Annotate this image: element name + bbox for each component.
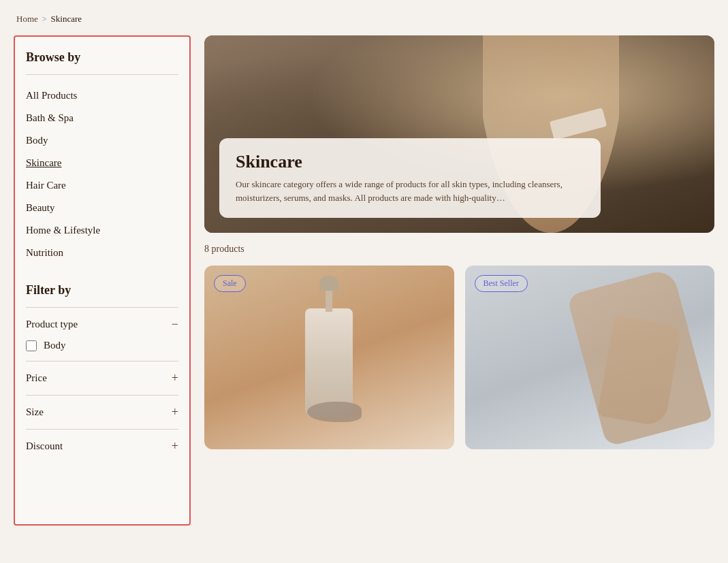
nav-item-home-lifestyle[interactable]: Home & Lifestyle [26, 219, 178, 242]
filter-discount-toggle-icon: + [172, 439, 178, 453]
nav-item-all-products[interactable]: All Products [26, 84, 178, 107]
nav-item-beauty[interactable]: Beauty [26, 197, 178, 219]
filter-product-type-toggle-icon: − [172, 317, 178, 332]
filter-size-header[interactable]: Size + [26, 405, 178, 419]
product-card-2[interactable]: Best Seller [465, 266, 715, 449]
category-nav-list: All Products Bath & Spa Body Skincare Ha… [26, 84, 178, 264]
filter-price-label: Price [26, 372, 47, 384]
filter-size: Size + [26, 395, 178, 429]
filter-product-type-header[interactable]: Product type − [26, 317, 178, 332]
filter-option-body[interactable]: Body [26, 340, 178, 351]
filter-option-body-checkbox[interactable] [26, 340, 37, 351]
hero-title: Skincare [236, 152, 584, 172]
breadcrumb: Home > Skincare [14, 14, 714, 25]
product-badge-best-seller: Best Seller [475, 275, 528, 292]
filter-discount-label: Discount [26, 440, 63, 452]
page-wrapper: Home > Skincare Browse by All Products B… [0, 0, 728, 539]
filter-size-label: Size [26, 406, 44, 418]
filter-product-type-content: Body [26, 340, 178, 351]
breadcrumb-separator: > [42, 14, 47, 25]
hero-card: Skincare Our skincare category offers a … [219, 138, 601, 218]
filter-by-title: Filter by [26, 283, 178, 297]
filter-price: Price + [26, 361, 178, 395]
nav-item-bath-spa[interactable]: Bath & Spa [26, 107, 178, 129]
filter-discount-header[interactable]: Discount + [26, 439, 178, 453]
products-grid: Sale Best Seller [204, 266, 714, 449]
filter-option-body-label: Body [44, 340, 66, 351]
filter-discount: Discount + [26, 429, 178, 463]
nav-item-nutrition[interactable]: Nutrition [26, 242, 178, 264]
nav-item-skincare[interactable]: Skincare [26, 152, 178, 174]
filter-price-toggle-icon: + [172, 371, 178, 385]
product-card-1[interactable]: Sale [204, 266, 454, 449]
breadcrumb-home[interactable]: Home [16, 14, 38, 25]
main-layout: Browse by All Products Bath & Spa Body S… [14, 35, 714, 526]
content-area: Skincare Our skincare category offers a … [204, 35, 714, 449]
filter-product-type: Product type − Body [26, 307, 178, 361]
product-image-1 [305, 308, 353, 417]
browse-by-title: Browse by [26, 50, 178, 65]
breadcrumb-current: Skincare [51, 14, 82, 25]
filter-product-type-label: Product type [26, 319, 78, 330]
products-count: 8 products [204, 244, 714, 255]
hero-banner: Skincare Our skincare category offers a … [204, 35, 714, 233]
browse-by-divider [26, 74, 178, 75]
sidebar: Browse by All Products Bath & Spa Body S… [14, 35, 191, 526]
nav-item-hair-care[interactable]: Hair Care [26, 174, 178, 197]
product-badge-sale: Sale [214, 275, 246, 292]
filter-size-toggle-icon: + [172, 405, 178, 419]
bottle-dropper-shape [305, 308, 353, 417]
filter-price-header[interactable]: Price + [26, 371, 178, 385]
nav-item-body[interactable]: Body [26, 129, 178, 152]
hero-description: Our skincare category offers a wide rang… [236, 178, 584, 204]
rock-decoration [307, 402, 362, 422]
